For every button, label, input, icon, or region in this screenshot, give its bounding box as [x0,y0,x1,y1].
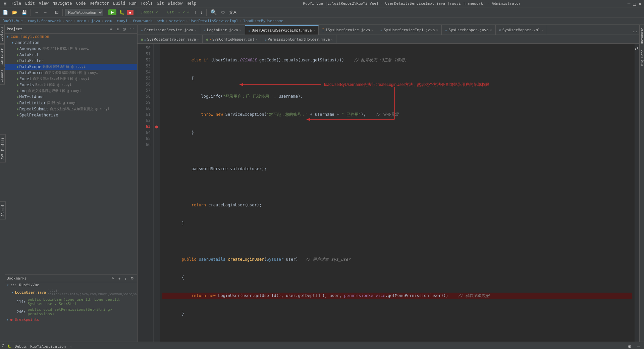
menu-tools[interactable]: Tools [141,1,153,6]
structure-tab-vertical[interactable]: Structure [0,44,5,67]
debug-close[interactable]: ✕ [70,344,72,349]
tree-log[interactable]: ● Log 自定义操作日志记录注解 @ ruoyi [5,88,137,94]
tree-ratelimiter[interactable]: ● RateLimiter 限流注解 @ ruoyi [5,100,137,106]
menu-file[interactable]: File [11,1,21,6]
aws-toolkit-tab[interactable]: AWS Toolkit [0,134,5,162]
tree-datafilter[interactable]: ● DataFilter [5,58,137,64]
project-more[interactable]: ⋯ [129,26,135,32]
tabs-overflow[interactable]: ⋯ [631,29,639,35]
bookmark-breakpoints[interactable]: ▸ ● Breakpoints [5,317,137,322]
tab2-sys-config-mapper[interactable]: ● ✕ SysConfigMapper.xml ✕ [203,35,261,43]
bigdata-tab-vertical[interactable]: Big Data [640,47,644,68]
menu-edit[interactable]: Edit [25,1,35,6]
translate-button[interactable]: 文A [228,9,238,16]
breakpoint-icon[interactable]: ● [154,123,160,130]
project-tab-vertical[interactable]: Project [0,25,5,44]
tree-excels[interactable]: ● Excels Excel注解集 @ ruoyi [5,82,137,88]
bookmark-group-ruoyi[interactable]: ▾ ::: RuoYi-Vue [5,282,137,288]
tree-repeatsubmit[interactable]: ● RepeatSubmit 自定义注解防止表单重复提交 @ ruoyi [5,106,137,112]
save-button[interactable]: 💾 [20,9,28,15]
bookmarks-add[interactable]: + [117,276,122,281]
tab-isys-user-close[interactable]: ✕ [371,28,373,32]
tree-root[interactable]: ▸ com.ruoyi.common [5,34,137,40]
breadcrumb-src[interactable]: src [66,19,72,23]
tab2-permission-context-close[interactable]: ✕ [331,38,333,41]
tree-autofill[interactable]: ● AutoFill [5,52,137,58]
menu-refactor[interactable]: Refactor [90,1,109,6]
tab2-sys-role-close[interactable]: ✕ [197,38,199,41]
run-configuration-combo[interactable]: RuoYiApplication [65,9,103,16]
tab-sys-user-mapper-xml[interactable]: ✕ SysUserMapper.xml ✕ [496,25,547,35]
tab-sys-user-mapper-close[interactable]: ✕ [490,28,492,32]
project-gear[interactable]: ⚙ [108,26,114,32]
tab-permission-service[interactable]: ☕ PermissionService.java ✕ [138,25,200,35]
menu-navigate[interactable]: Navigate [53,1,72,6]
close-button[interactable]: ✕ [639,1,641,6]
tab-sys-user-mapper-xml-close[interactable]: ✕ [541,28,543,32]
tab-sys-user-service-impl[interactable]: ☕ SysUserServiceImpl.java ✕ [377,25,442,35]
tab-sys-user-mapper-java[interactable]: ☕ SysUserMapper.java ✕ [442,25,495,35]
jrebel-tab[interactable]: JRebel [0,201,5,219]
run-button[interactable]: ▶ [108,9,116,15]
minimize-button[interactable]: ─ [628,1,630,6]
menu-run[interactable]: Run [129,1,137,6]
debug-button[interactable]: 🐛 [118,9,126,15]
tree-spelpreauthorize[interactable]: ● SpelPreAuthorize [5,112,137,118]
tab-user-details-service-impl[interactable]: ☕ UserDetailsServiceImpl.java ✕ [245,25,319,35]
search-everywhere-button[interactable]: 🔍 [209,8,218,16]
menu-view[interactable]: View [39,1,49,6]
menu-help[interactable]: Help [186,1,196,6]
debug-settings[interactable]: ⚙ [626,343,633,349]
bookmarks-more[interactable]: ⚙ [129,276,135,281]
bookmarks-edit[interactable]: ✎ [110,276,116,281]
project-collapse[interactable]: ≡ [115,26,120,32]
breadcrumb-framework2[interactable]: framework [132,19,153,23]
menu-git[interactable]: Git [157,1,164,6]
bookmarks-vertical-tab[interactable]: Bookmarks [0,342,5,349]
tree-datasource[interactable]: ● DataSource 自定义多数据源切换注解 @ ruoyi [5,70,137,76]
vcs-push-button[interactable]: ↓ [199,9,204,15]
bookmark-loginuser-file[interactable]: ▾ LoginUser.java ruoyi-common/src/main/j… [5,288,137,297]
tab-permission-service-close[interactable]: ✕ [195,28,197,32]
editor-scrollbar[interactable]: ▲3 [635,44,639,342]
tree-excel[interactable]: ● Excel 自定义导出Excel数据注解 @ ruoyi [5,76,137,82]
breadcrumb-method[interactable]: loadUserByUsername [243,19,283,23]
forward-button[interactable]: → [42,9,49,15]
bookmarks-sort[interactable]: ↕ [123,276,128,281]
tab2-sys-config-close[interactable]: ✕ [256,38,258,41]
breadcrumb-com[interactable]: com [105,19,112,23]
maximize-button[interactable]: □ [633,1,636,6]
tab-login-user[interactable]: ☕ LoginUser.java ✕ [200,25,245,35]
tree-annotation-folder[interactable]: ▾ annotation [5,40,137,46]
stop-button[interactable]: ■ [127,10,133,15]
commit-tab-vertical[interactable]: Commit [0,68,5,85]
breadcrumb-framework[interactable]: ruoyi-framework [28,19,61,23]
bookmark-line246[interactable]: 246: public void setPermissions(Set<Stri… [5,307,137,317]
back-button[interactable]: ← [33,9,40,15]
tab-isys-user-service[interactable]: I ISysUserService.java ✕ [319,25,377,35]
tab-user-details-close[interactable]: ✕ [313,29,315,32]
tree-datascope[interactable]: ● DataScope 数据权限过滤注解 @ ruoyi [5,64,137,70]
open-button[interactable]: 📂 [11,9,19,15]
breadcrumb-ruoyi[interactable]: ruoyi [116,19,127,23]
recent-files-button[interactable]: ⊡ [54,9,60,15]
debug-minimize[interactable]: ─ [636,343,641,349]
breadcrumb-class[interactable]: UserDetailsServiceImpl [190,19,238,23]
settings-button[interactable]: ⚙ [220,9,226,15]
new-file-button[interactable]: 📄 [1,9,9,15]
breadcrumb-main[interactable]: main [77,19,87,23]
breadcrumb-java[interactable]: java [91,19,100,23]
tree-mytestanno[interactable]: ● MyTestAnno [5,94,137,100]
vcs-update-button[interactable]: ↑ [193,9,198,15]
breadcrumb-web[interactable]: web [157,19,164,23]
breadcrumb-service[interactable]: service [169,19,184,23]
code-editor[interactable]: else if (UserStatus.DISABLE.getCode().eq… [160,44,635,342]
tab2-sys-role-controller[interactable]: ● ☕ SysRoleController.java ✕ [138,35,203,43]
project-locate[interactable]: ◎ [121,26,127,32]
breadcrumb-ruoyi-vue[interactable]: RuoYi-Vue [3,19,23,23]
menu-build[interactable]: Build [113,1,125,6]
tab-sys-user-service-close[interactable]: ✕ [436,28,438,32]
bookmark-line114[interactable]: 114: public LoginUser(Long userId, Long … [5,297,137,307]
menu-code[interactable]: Code [76,1,86,6]
tree-anonymous[interactable]: ● Anonymous 匿名访问不鉴权注解 @ ruoyi [5,46,137,52]
